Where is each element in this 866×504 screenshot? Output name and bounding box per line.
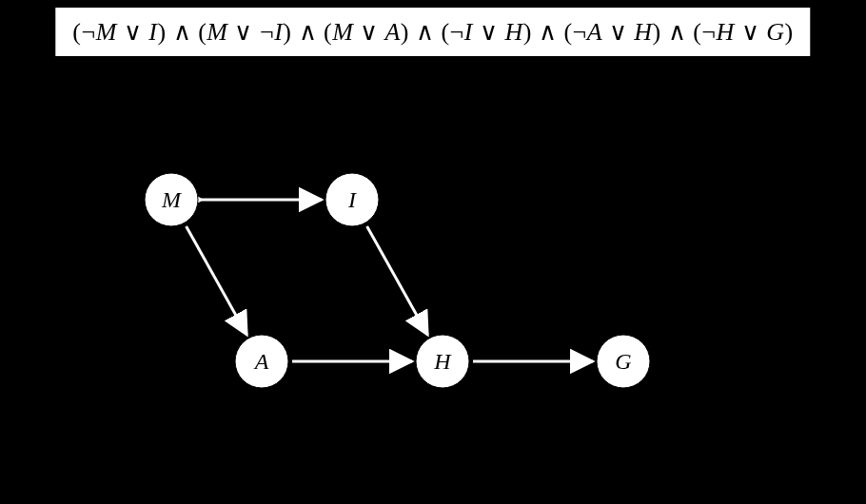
edge-M-A — [187, 226, 247, 335]
node-label-G: G — [615, 349, 631, 374]
node-I: I — [325, 173, 379, 226]
node-H: H — [416, 335, 469, 388]
node-M: M — [145, 173, 198, 226]
node-A: A — [235, 335, 288, 388]
graph-canvas: MIAHG — [0, 0, 866, 504]
node-label-M: M — [161, 187, 183, 212]
node-label-H: H — [433, 349, 452, 374]
node-label-I: I — [347, 187, 357, 212]
edges — [187, 200, 593, 361]
node-label-A: A — [253, 349, 269, 374]
node-G: G — [597, 335, 650, 388]
edge-I-H — [367, 226, 428, 335]
